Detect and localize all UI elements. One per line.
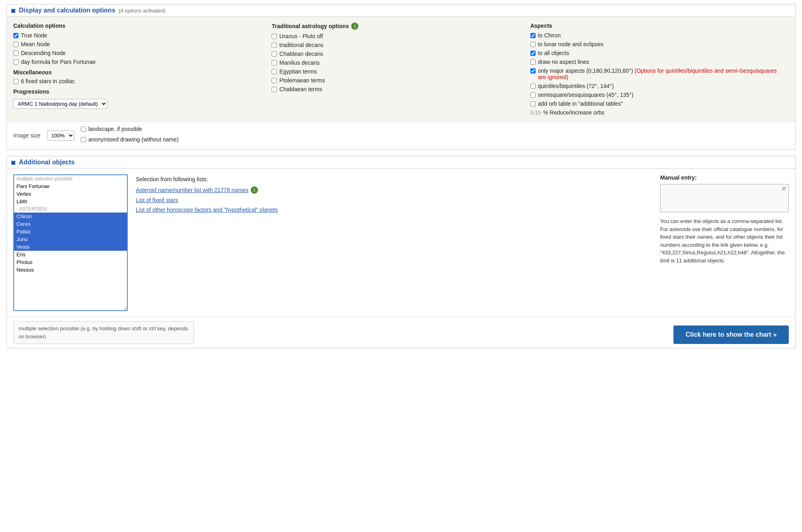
manilius-decans-checkbox[interactable] [272, 60, 277, 65]
checkbox-orb-table: add orb table in "additional tables" [530, 100, 781, 107]
manual-entry-textarea[interactable] [660, 184, 789, 212]
landscape-label: landscape, if possible [88, 126, 142, 132]
checkbox-true-node: True Node [13, 32, 264, 39]
to-all-objects-checkbox[interactable] [530, 51, 536, 56]
misc-label: Miscellaneous [13, 69, 264, 76]
checkbox-day-formula: day formula for Pars Fortunae [13, 59, 264, 65]
image-size-select[interactable]: 50% 75% 100% 125% 150% 200% [47, 131, 74, 141]
fixed-stars-checkbox[interactable] [13, 79, 18, 84]
checkbox-to-all-objects: to all objects [530, 50, 781, 56]
list-option-vertex: Vertex [14, 190, 127, 198]
day-formula-label: day formula for Pars Fortunae [21, 59, 96, 65]
checkbox-chaldaean-terms: Chaldaean terms [272, 86, 522, 92]
ptolemaean-terms-label: Ptolemaean terms [279, 77, 325, 84]
chaldaean-terms-checkbox[interactable] [272, 87, 277, 92]
orb-table-checkbox[interactable] [530, 101, 536, 106]
chaldean-decans-checkbox[interactable] [272, 51, 277, 57]
asteroid-list-info-icon[interactable]: i [251, 186, 258, 194]
progressions-dropdown[interactable]: ARMC 1 Naibod/prog.day (default) ARMC 2 … [13, 99, 107, 109]
asteroid-link-row: Asteroid name/number list with 21778 nam… [136, 186, 652, 194]
egyptian-terms-checkbox[interactable] [272, 69, 277, 74]
fixed-stars-link[interactable]: List of fixed stars [136, 197, 178, 203]
additional-collapse-icon[interactable]: ◼ [11, 159, 16, 166]
trad-astro-label: Traditional astrology options i [272, 23, 522, 30]
true-node-label: True Node [21, 32, 47, 39]
display-calc-title: Display and calculation options [19, 7, 115, 14]
manilius-decans-label: Manilius decans [279, 59, 319, 66]
list-option-vesta: Vesta [14, 243, 127, 251]
calc-columns: Calculation options True Node Mean Node … [13, 23, 789, 116]
collapse-icon[interactable]: ◼ [11, 7, 16, 14]
selection-links: Selection from following lists: Asteroid… [136, 174, 652, 216]
to-chiron-label: to Chiron [538, 32, 561, 39]
quintiles-checkbox[interactable] [530, 84, 536, 89]
checkbox-chaldean-decans: Chaldean decans [272, 51, 522, 57]
only-major-checkbox[interactable] [530, 68, 536, 74]
additional-objects-header: ◼ Additional objects [7, 156, 795, 169]
true-node-checkbox[interactable] [13, 33, 18, 38]
only-major-label: only major aspects (0,180,90,120,60°) (O… [538, 68, 781, 80]
display-calc-subtitle: (4 options activated) [119, 8, 166, 14]
landscape-checkbox[interactable] [81, 127, 86, 132]
checkbox-trad-decans: traditional decans [272, 42, 522, 48]
calc-col-2: Traditional astrology options i Uranus -… [272, 23, 530, 116]
other-factors-link-row: List of other horoscope factors and "hyp… [136, 207, 652, 213]
display-calc-section: ◼ Display and calculation options (4 opt… [6, 4, 796, 149]
manual-entry-description: You can enter the objects as a comma-sep… [660, 217, 789, 264]
quintiles-label: quintiles/biquintiles (72°, 144°) [538, 83, 614, 89]
manual-entry-textarea-wrapper: ✕ [660, 184, 789, 213]
checkbox-semisquare: semisquare/sesquisquares (45°, 135°) [530, 92, 781, 98]
calc-col-1: Calculation options True Node Mean Node … [13, 23, 272, 116]
to-chiron-checkbox[interactable] [530, 33, 536, 38]
trad-astro-info-icon[interactable]: i [351, 23, 358, 30]
trad-decans-checkbox[interactable] [272, 43, 277, 48]
bottom-bar: multiple selection possible (e.g. by hol… [7, 317, 795, 348]
additional-objects-section: ◼ Additional objects multiple selection … [6, 156, 796, 348]
progressions-label: Progressions [13, 88, 264, 95]
checkbox-descending-node: Descending Node [13, 50, 264, 56]
image-size-row: Image size 50% 75% 100% 125% 150% 200% l… [7, 121, 795, 149]
other-factors-link[interactable]: List of other horoscope factors and "hyp… [136, 207, 278, 213]
checkbox-anonymised: anonymised drawing (without name) [81, 136, 179, 143]
asteroid-list-link[interactable]: Asteroid name/number list with 21778 nam… [136, 187, 248, 193]
semisquare-label: semisquare/sesquisquares (45°, 135°) [538, 92, 634, 98]
list-option-eris: Eris [14, 251, 127, 258]
ptolemaean-terms-checkbox[interactable] [272, 78, 277, 83]
anonymised-checkbox[interactable] [81, 137, 86, 142]
list-option-pars-fortunae: Pars Fortunae [14, 182, 127, 190]
selection-links-title: Selection from following lists: [136, 176, 652, 182]
list-option-juno: Juno [14, 235, 127, 243]
semisquare-checkbox[interactable] [530, 92, 536, 98]
checkbox-only-major: only major aspects (0,180,90,120,60°) (O… [530, 68, 781, 80]
manual-entry: Manual entry: ✕ You can enter the object… [660, 174, 789, 264]
image-size-label: Image size [13, 132, 41, 139]
checkbox-to-chiron: to Chiron [530, 32, 781, 39]
hint-box: multiple selection possible (e.g. by hol… [13, 321, 194, 344]
chaldean-decans-label: Chaldean decans [279, 51, 323, 57]
manual-entry-title: Manual entry: [660, 174, 789, 181]
to-lunar-checkbox[interactable] [530, 42, 536, 47]
chaldaean-terms-label: Chaldaean terms [279, 86, 322, 92]
uranus-pluto-label: Uranus - Pluto off [279, 33, 323, 39]
list-select-wrapper: multiple selection possible Pars Fortuna… [13, 174, 128, 311]
list-option-nessus: Nessus [14, 266, 127, 274]
show-chart-button[interactable]: Click here to show the chart » [673, 325, 789, 344]
mean-node-checkbox[interactable] [13, 42, 18, 47]
checkbox-mean-node: Mean Node [13, 41, 264, 47]
additional-objects-title: Additional objects [19, 159, 75, 166]
checkbox-manilius-decans: Manilius decans [272, 59, 522, 66]
only-major-note: (Options for quintiles/biquintiles and s… [538, 68, 777, 80]
textarea-clear-icon[interactable]: ✕ [781, 186, 786, 192]
draw-no-aspect-checkbox[interactable] [530, 59, 536, 65]
objects-list-select[interactable]: multiple selection possible Pars Fortuna… [13, 174, 128, 311]
trad-astro-label-text: Traditional astrology options [272, 23, 349, 29]
list-option-chiron: Chiron [14, 213, 127, 220]
checkbox-egyptian-terms: Egyptian terms [272, 68, 522, 75]
calc-col-3: Aspects to Chiron to lunar node and ecli… [530, 23, 789, 116]
list-option-pallas: Pallas [14, 228, 127, 235]
descending-node-checkbox[interactable] [13, 51, 18, 56]
checkbox-fixed-stars: 6 fixed stars in zodiac [13, 78, 264, 84]
calc-options-label: Calculation options [13, 23, 264, 29]
uranus-pluto-checkbox[interactable] [272, 34, 277, 39]
day-formula-checkbox[interactable] [13, 59, 18, 65]
